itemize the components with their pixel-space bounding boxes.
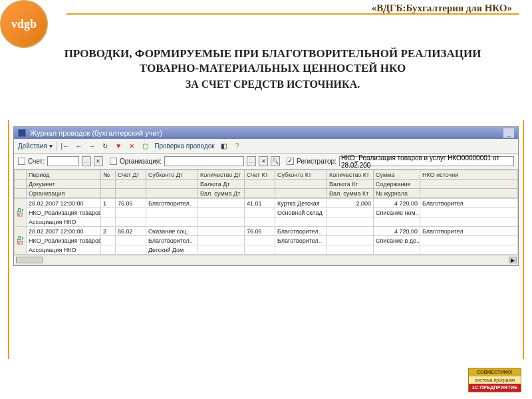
cell — [420, 208, 518, 217]
scrollbar-right-arrow[interactable]: ▶ — [509, 257, 517, 263]
filter-icon[interactable]: ▼ — [113, 141, 124, 152]
check-entries-button[interactable]: Проверка проводок — [153, 141, 215, 152]
header-row-2: Документ Валюта Дт Валюта Кт Содержание — [15, 180, 518, 189]
cell: 76.06 — [116, 199, 146, 208]
nav-first-icon[interactable]: |← — [60, 141, 71, 152]
brand-logo: vdgb — [0, 0, 48, 48]
table-row[interactable]: Ассоциация НКО — [15, 217, 518, 227]
org-search-button[interactable]: 🔍 — [271, 156, 280, 166]
hdr-sum[interactable]: Сумма — [374, 170, 420, 180]
app-window: Журнал проводок (бухгалтерский учет) _ Д… — [13, 126, 519, 266]
cell: Куртка Детская — [275, 199, 327, 208]
org-clear-button[interactable]: ✕ — [259, 156, 268, 166]
account-checkbox[interactable] — [18, 158, 25, 165]
window-titlebar: Журнал проводок (бухгалтерский учет) _ — [14, 127, 518, 139]
cell: 2 — [101, 227, 116, 236]
cell: Благотворител — [420, 199, 518, 208]
toolbar: Действия ▾ |← ← → ↻ ▼ ✕ ▢ Проверка прово… — [14, 139, 518, 154]
registrar-label: Регистратор: — [297, 158, 336, 165]
row-marker-icon: ДтКт — [15, 227, 27, 255]
registrar-field[interactable]: НКО_Реализация товаров и услуг НКО000000… — [339, 156, 514, 166]
cell — [198, 227, 245, 236]
cell — [327, 236, 374, 245]
cell — [101, 217, 116, 227]
cell: Ассоциация НКО — [27, 217, 101, 227]
window-title: Журнал проводок (бухгалтерский учет) — [30, 129, 162, 137]
hdr-sub-kt[interactable]: Субконто Кт — [275, 170, 327, 180]
hdr-period[interactable]: Период — [27, 170, 101, 180]
header-row-3: Организация Вал. сумма Дт Вал. сумма Кт … — [15, 189, 518, 198]
headline-line1: ПРОВОДКИ, ФОРМИРУЕМЫЕ ПРИ БЛАГОТВОРИТЕЛЬ… — [40, 47, 505, 76]
account-field[interactable] — [47, 156, 79, 166]
cell — [198, 245, 245, 255]
window-icon — [18, 129, 26, 137]
cell — [327, 208, 374, 217]
org-checkbox[interactable] — [110, 158, 117, 165]
hdr-qty-dt[interactable]: Количество Дт — [198, 170, 245, 180]
refresh-icon[interactable]: ↻ — [100, 141, 110, 152]
help-icon[interactable]: ? — [232, 141, 243, 152]
registrar-checkbox[interactable] — [287, 158, 294, 165]
hdr-margin[interactable] — [15, 170, 27, 180]
table-row[interactable]: Ассоциация НКОДетский Дом — [15, 245, 518, 255]
headline-line2: ЗА СЧЕТ СРЕДСТВ ИСТОЧНИКА. — [40, 78, 505, 90]
cell — [116, 208, 146, 217]
cell: 4 720,00 — [374, 227, 420, 236]
cell — [198, 217, 245, 227]
divider-right — [523, 120, 524, 359]
cell — [245, 245, 275, 255]
cell — [116, 236, 146, 245]
cell: Списание в де.. — [374, 236, 420, 245]
divider-left — [8, 120, 9, 359]
cell — [116, 217, 146, 227]
cell — [420, 217, 518, 227]
cell — [101, 208, 116, 217]
nav-next-icon[interactable]: → — [86, 141, 97, 152]
hdr-src[interactable]: НКО источни — [420, 170, 518, 180]
cell — [420, 236, 518, 245]
row-marker-icon: ДтКт — [15, 199, 27, 227]
filter-clear-icon[interactable]: ✕ — [126, 141, 137, 152]
table-row[interactable]: НКО_Реализация товаров..Благотворител..Б… — [15, 236, 518, 245]
hdr-sub-dt[interactable]: Субконто Дт — [146, 170, 198, 180]
cell: 76.06 — [245, 227, 275, 236]
doc-icon[interactable]: ▢ — [140, 141, 150, 152]
brand-title: «ВДГБ:Бухгалтерия для НКО» — [372, 3, 512, 14]
filter-bar: Счет: … ✕ Организация: … ✕ 🔍 Регистратор… — [14, 154, 518, 170]
hdr-num[interactable]: № — [101, 170, 116, 180]
org-picker-button[interactable]: … — [247, 156, 256, 166]
cell — [420, 245, 518, 255]
grid-body: ДтКт28.02.2007 12:00:00176.06Благотворит… — [14, 198, 518, 255]
misc-icon[interactable]: ◧ — [219, 141, 229, 152]
badge-bot: 1С:ПРЕДПРИЯТИЕ — [469, 384, 521, 392]
cell: 86.02 — [116, 227, 146, 236]
cell: Списание ном.. — [374, 208, 420, 217]
cell: НКО_Реализация товаров.. — [27, 208, 101, 217]
hdr-qty-kt[interactable]: Количество Кт — [327, 170, 374, 180]
cell — [327, 227, 374, 236]
table-row[interactable]: ДтКт28.02.2007 12:00:00176.06Благотворит… — [15, 199, 518, 208]
cell — [116, 245, 146, 255]
actions-menu[interactable]: Действия ▾ — [17, 141, 54, 152]
badge-mid: система программ — [469, 376, 521, 384]
cell: 4 720,00 — [374, 199, 420, 208]
hdr-acct-dt[interactable]: Счет Дт — [116, 170, 146, 180]
h-scrollbar[interactable]: ▶ — [14, 255, 518, 265]
cell — [327, 217, 374, 227]
account-picker-button[interactable]: … — [82, 156, 91, 166]
cell — [245, 208, 275, 217]
org-field[interactable] — [164, 156, 244, 166]
table-row[interactable]: ДтКт28.02.2007 12:00:00286.02Оказание со… — [15, 227, 518, 236]
scrollbar-thumb[interactable] — [16, 257, 43, 263]
cell: Благотворител.. — [275, 227, 327, 236]
account-clear-button[interactable]: ✕ — [94, 156, 103, 166]
cell: 1 — [101, 199, 116, 208]
nav-prev-icon[interactable]: ← — [73, 141, 84, 152]
cell: Основной склад — [275, 208, 327, 217]
account-label: Счет: — [28, 158, 45, 165]
divider-top — [66, 13, 519, 15]
cell — [275, 217, 327, 227]
hdr-acct-kt[interactable]: Счет Кт — [245, 170, 275, 180]
minimize-button[interactable]: _ — [503, 128, 514, 138]
table-row[interactable]: НКО_Реализация товаров..Основной складСп… — [15, 208, 518, 217]
